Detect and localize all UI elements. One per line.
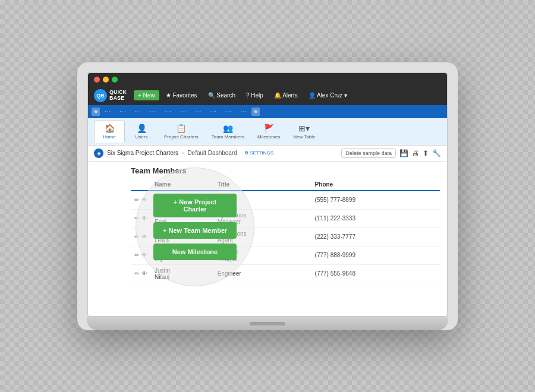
- nav-team-members[interactable]: 👥 Team Members: [206, 121, 250, 142]
- icon-nav: 🏠 Home 👤 Users 📋 Project Charters 👥 Team…: [88, 118, 447, 146]
- cell-phone: (555) 777-8899: [311, 191, 440, 210]
- app-tab-1[interactable]: ···: [101, 107, 115, 116]
- col-actions: [131, 179, 151, 191]
- milestones-icon: 🚩: [264, 124, 274, 133]
- header-actions: Delete sample data 💾 🖨 ⬆ 🔧: [341, 148, 441, 158]
- row-actions: ✏ 👁: [131, 264, 151, 283]
- cell-phone: (111) 222-3333: [311, 209, 440, 227]
- users-icon: 👤: [137, 124, 147, 133]
- breadcrumb-app: Six Sigma Project Charters: [107, 150, 178, 156]
- close-button[interactable]: [94, 77, 100, 83]
- nav-milestones-label: Milestones: [257, 134, 280, 140]
- app-tab-2[interactable]: ···: [116, 107, 130, 116]
- logo-text: QUICK BASE: [109, 90, 127, 102]
- app-tab-7[interactable]: ···: [191, 107, 205, 116]
- app-tab-4[interactable]: ···: [146, 107, 160, 116]
- traffic-lights: [88, 73, 447, 86]
- nav-new-table[interactable]: ⊞▾ New Table: [287, 121, 321, 142]
- save-icon[interactable]: 💾: [399, 149, 408, 157]
- top-nav: QB QUICK BASE + New ★ Favorites 🔍 Search…: [88, 86, 447, 105]
- logo-icon: QB: [94, 89, 107, 102]
- app-tab-10[interactable]: ···: [237, 107, 250, 116]
- app-tabs-bar: ⊕ ··· ··· ··· ··· ··· ··· ··· ··· ··· ··…: [88, 105, 447, 118]
- cell-phone: (777) 888-9999: [311, 246, 440, 264]
- search-button[interactable]: 🔍 Search: [204, 90, 240, 100]
- nav-team-members-label: Team Members: [212, 134, 244, 140]
- page-header: ◈ Six Sigma Project Charters › Default D…: [88, 146, 447, 162]
- new-table-icon: ⊞▾: [298, 124, 310, 133]
- laptop-frame: QB QUICK BASE + New ★ Favorites 🔍 Search…: [77, 62, 458, 330]
- col-phone: Phone: [311, 179, 440, 191]
- nav-project-charters[interactable]: 📋 Project Charters: [158, 121, 204, 142]
- nav-home-label: Home: [103, 134, 115, 140]
- laptop-notch: [250, 322, 285, 325]
- view-icon[interactable]: 👁: [141, 270, 147, 277]
- cell-phone: (777) 555-9648: [311, 264, 440, 283]
- nav-users-label: Users: [136, 134, 148, 140]
- project-charters-icon: 📋: [176, 124, 186, 133]
- breadcrumb-icon: ◈: [94, 148, 103, 158]
- app-tab-5[interactable]: ···: [161, 107, 175, 116]
- edit-icon[interactable]: ✏: [134, 252, 139, 258]
- new-project-charter-button[interactable]: + New ProjectCharter: [153, 194, 237, 217]
- breadcrumb-page: Default Dashboard: [187, 150, 237, 156]
- settings-link[interactable]: ⚙ SETTINGS: [244, 150, 273, 156]
- main-content: + New ProjectCharter + New Team Member N…: [88, 162, 447, 316]
- maximize-button[interactable]: [112, 77, 118, 83]
- nav-milestones[interactable]: 🚩 Milestones: [251, 121, 286, 142]
- share-icon[interactable]: ⬆: [423, 149, 429, 157]
- nav-home[interactable]: 🏠 Home: [94, 121, 125, 143]
- nav-users[interactable]: 👤 Users: [126, 121, 157, 142]
- new-team-member-button[interactable]: + New Team Member: [153, 222, 237, 239]
- help-button[interactable]: ? Help: [242, 90, 268, 100]
- logo: QB QUICK BASE: [94, 89, 127, 102]
- home-icon: 🏠: [105, 124, 115, 133]
- quick-add-overlay: + New ProjectCharter + New Team Member N…: [136, 167, 254, 286]
- settings-icon[interactable]: 🔧: [432, 149, 441, 157]
- app-tab-icon-right[interactable]: ⊕: [251, 108, 260, 116]
- app-tab-icon-left[interactable]: ⊕: [92, 108, 100, 116]
- breadcrumb-separator: ›: [182, 150, 184, 156]
- minimize-button[interactable]: [103, 77, 109, 83]
- user-menu-button[interactable]: 👤 Alex Cruz ▾: [304, 90, 351, 100]
- laptop-base: [87, 317, 448, 330]
- app-tab-3[interactable]: ···: [131, 107, 145, 116]
- cell-phone: (222) 333-7777: [311, 227, 440, 246]
- new-milestone-button[interactable]: New Milestone: [153, 244, 237, 260]
- edit-icon[interactable]: ✏: [134, 197, 139, 203]
- nav-project-charters-label: Project Charters: [164, 134, 199, 140]
- app-tab-6[interactable]: ···: [177, 107, 190, 116]
- favorites-button[interactable]: ★ Favorites: [162, 90, 202, 100]
- app-tab-8[interactable]: ···: [206, 107, 220, 116]
- laptop-screen: QB QUICK BASE + New ★ Favorites 🔍 Search…: [87, 72, 448, 317]
- app-tab-9[interactable]: ···: [222, 107, 235, 116]
- delete-sample-button[interactable]: Delete sample data: [341, 148, 396, 158]
- new-button[interactable]: + New: [134, 90, 159, 100]
- print-icon[interactable]: 🖨: [412, 149, 419, 157]
- alerts-button[interactable]: 🔔 Alerts: [270, 90, 302, 100]
- nav-new-table-label: New Table: [293, 134, 315, 140]
- edit-icon[interactable]: ✏: [134, 270, 139, 277]
- team-members-icon: 👥: [223, 124, 233, 133]
